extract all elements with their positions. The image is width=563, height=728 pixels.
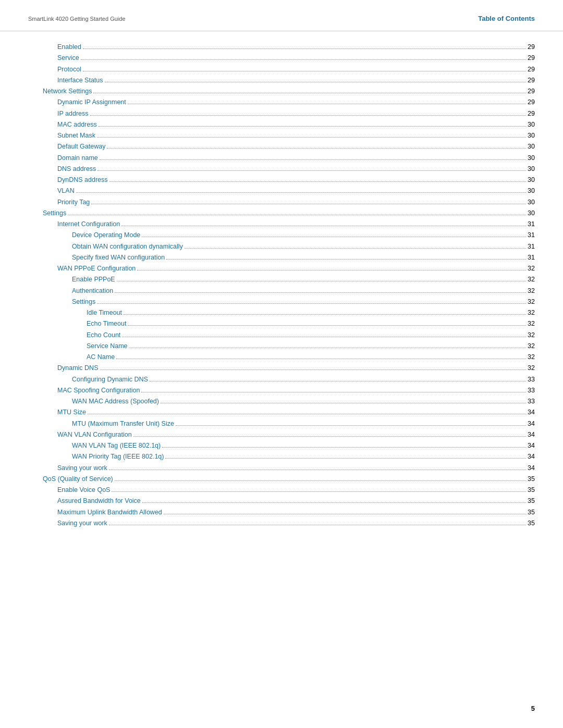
toc-link[interactable]: VLAN [57, 186, 75, 196]
toc-item[interactable]: WAN PPPoE Configuration32 [28, 263, 535, 274]
toc-item[interactable]: WAN VLAN Configuration34 [28, 429, 535, 440]
toc-item[interactable]: Dynamic DNS32 [28, 363, 535, 374]
toc-link[interactable]: Specify fixed WAN configuration [72, 252, 165, 263]
toc-item[interactable]: IP address29 [28, 108, 535, 119]
toc-link[interactable]: Authentication [72, 286, 113, 297]
toc-link[interactable]: MAC address [57, 119, 97, 130]
toc-dots [129, 348, 527, 348]
toc-link[interactable]: Interface Status [57, 75, 103, 86]
toc-item[interactable]: Specify fixed WAN configuration31 [28, 252, 535, 263]
toc-link[interactable]: WAN PPPoE Configuration [57, 263, 136, 274]
toc-link[interactable]: Enable Voice QoS [57, 485, 110, 496]
toc-link[interactable]: Domain name [57, 153, 98, 164]
toc-item[interactable]: Enabled29 [28, 42, 535, 53]
toc-item[interactable]: Maximum Uplink Bandwidth Allowed35 [28, 507, 535, 518]
toc-item[interactable]: Device Operating Mode31 [28, 230, 535, 241]
toc-link[interactable]: Assured Bandwidth for Voice [57, 496, 141, 507]
toc-dots [116, 359, 526, 359]
toc-link[interactable]: Maximum Uplink Bandwidth Allowed [57, 507, 162, 518]
toc-link[interactable]: Protocol [57, 64, 81, 75]
toc-item[interactable]: QoS (Quality of Service)35 [28, 474, 535, 485]
toc-item[interactable]: Obtain WAN configuration dynamically31 [28, 241, 535, 252]
toc-item[interactable]: Enable PPPoE32 [28, 274, 535, 285]
toc-item[interactable]: Assured Bandwidth for Voice35 [28, 496, 535, 507]
toc-item[interactable]: Protocol29 [28, 64, 535, 75]
toc-link[interactable]: MTU (Maximum Transfer Unit) Size [72, 418, 174, 429]
toc-page-number: 30 [528, 164, 535, 175]
toc-item[interactable]: MTU (Maximum Transfer Unit) Size34 [28, 418, 535, 429]
toc-item[interactable]: Authentication32 [28, 286, 535, 297]
toc-page-number: 29 [528, 86, 535, 97]
toc-link[interactable]: Obtain WAN configuration dynamically [72, 241, 183, 252]
toc-page-number: 32 [528, 363, 535, 374]
toc-link[interactable]: Saving your work [57, 463, 107, 474]
toc-link[interactable]: DNS address [57, 164, 96, 175]
toc-dots [141, 392, 526, 392]
toc-item[interactable]: MTU Size34 [28, 407, 535, 418]
toc-link[interactable]: Service [57, 53, 79, 64]
toc-page-number: 34 [528, 418, 535, 429]
toc-link[interactable]: IP address [57, 108, 89, 119]
toc-item[interactable]: MAC Spoofing Configuration33 [28, 385, 535, 396]
toc-link[interactable]: Network Settings [43, 86, 92, 97]
toc-link[interactable]: WAN VLAN Tag (IEEE 802.1q) [72, 440, 161, 451]
toc-link[interactable]: QoS (Quality of Service) [43, 474, 113, 485]
toc-link[interactable]: Internet Configuration [57, 219, 120, 230]
toc-item[interactable]: Settings30 [28, 208, 535, 219]
toc-item[interactable]: Saving your work35 [28, 518, 535, 529]
toc-dots [133, 436, 526, 437]
toc-link[interactable]: DynDNS address [57, 175, 108, 186]
toc-item[interactable]: Enable Voice QoS35 [28, 485, 535, 496]
toc-item[interactable]: DNS address30 [28, 164, 535, 175]
toc-item[interactable]: Subnet Mask30 [28, 130, 535, 141]
toc-item[interactable]: Default Gateway30 [28, 141, 535, 152]
toc-item[interactable]: Dynamic IP Assignment29 [28, 97, 535, 108]
toc-item[interactable]: WAN VLAN Tag (IEEE 802.1q)34 [28, 440, 535, 451]
toc-link[interactable]: MTU Size [57, 407, 86, 418]
toc-link[interactable]: Saving your work [57, 518, 107, 529]
toc-item[interactable]: Priority Tag30 [28, 197, 535, 208]
toc-link[interactable]: Configuring Dynamic DNS [72, 374, 148, 385]
toc-link[interactable]: Service Name [87, 341, 128, 352]
toc-page-number: 35 [528, 485, 535, 496]
toc-item[interactable]: Saving your work34 [28, 463, 535, 474]
toc-link[interactable]: Echo Count [87, 330, 120, 341]
toc-item[interactable]: WAN Priority Tag (IEEE 802.1q)34 [28, 451, 535, 462]
toc-item[interactable]: Service29 [28, 53, 535, 64]
toc-item[interactable]: Interface Status29 [28, 75, 535, 86]
toc-item[interactable]: Echo Timeout32 [28, 318, 535, 329]
toc-link[interactable]: Enable PPPoE [72, 274, 115, 285]
toc-item[interactable]: AC Name32 [28, 352, 535, 363]
toc-item[interactable]: VLAN30 [28, 186, 535, 196]
toc-item[interactable]: Domain name30 [28, 153, 535, 164]
toc-link[interactable]: Dynamic DNS [57, 363, 99, 374]
toc-link[interactable]: Enabled [57, 42, 81, 53]
toc-item[interactable]: Internet Configuration31 [28, 219, 535, 230]
toc-link[interactable]: Settings [72, 297, 95, 307]
toc-item[interactable]: MAC address30 [28, 119, 535, 130]
toc-link[interactable]: Priority Tag [57, 197, 90, 208]
toc-link[interactable]: Echo Timeout [87, 318, 126, 329]
toc-link[interactable]: Subnet Mask [57, 130, 95, 141]
toc-item[interactable]: Network Settings29 [28, 86, 535, 97]
toc-link[interactable]: Idle Timeout [87, 307, 122, 318]
toc-link[interactable]: Device Operating Mode [72, 230, 140, 241]
toc-page-number: 35 [528, 474, 535, 485]
toc-dots [115, 292, 526, 293]
toc-link[interactable]: Settings [43, 208, 66, 219]
toc-item[interactable]: WAN MAC Address (Spoofed)33 [28, 396, 535, 407]
toc-item[interactable]: Configuring Dynamic DNS33 [28, 374, 535, 385]
toc-item[interactable]: Idle Timeout32 [28, 307, 535, 318]
toc-link[interactable]: WAN MAC Address (Spoofed) [72, 396, 159, 407]
toc-item[interactable]: Service Name32 [28, 341, 535, 352]
toc-link[interactable]: Dynamic IP Assignment [57, 97, 126, 108]
toc-link[interactable]: MAC Spoofing Configuration [57, 385, 140, 396]
toc-item[interactable]: Echo Count32 [28, 330, 535, 341]
toc-item[interactable]: Settings32 [28, 297, 535, 307]
toc-link[interactable]: AC Name [87, 352, 115, 363]
toc-link[interactable]: WAN Priority Tag (IEEE 802.1q) [72, 451, 164, 462]
toc-item[interactable]: DynDNS address30 [28, 175, 535, 186]
toc-link[interactable]: Default Gateway [57, 141, 105, 152]
toc-link[interactable]: WAN VLAN Configuration [57, 429, 132, 440]
toc-dots [150, 381, 526, 381]
